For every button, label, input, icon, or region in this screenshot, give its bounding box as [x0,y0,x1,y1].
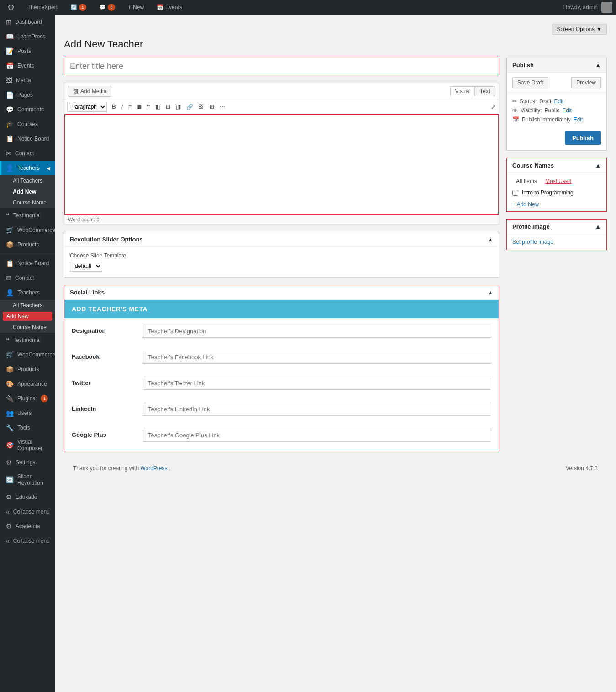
save-draft-button[interactable]: Save Draft [512,77,548,88]
submenu-course-name-2[interactable]: Course Name [0,322,55,333]
designation-input[interactable] [143,325,491,338]
visibility-edit-link[interactable]: Edit [562,107,572,114]
sidebar-item-notice-board[interactable]: 📋 Notice Board [0,131,55,146]
unordered-list-button[interactable]: ≡ [126,102,134,111]
site-name[interactable]: ThemeXpert [24,0,61,15]
sidebar-item-pages[interactable]: 📄 Pages [0,88,55,102]
choose-template-label: Choose Slide Template [70,252,493,259]
submenu-add-new-2[interactable]: Add New [3,312,52,321]
sidebar-item-products-2[interactable]: 📦 Products [0,362,55,377]
sidebar-label-collapse-2: Collapse menu [13,538,50,544]
course-checkbox-intro[interactable] [512,190,518,196]
sidebar-item-collapse-1[interactable]: « Collapse menu [0,504,55,519]
sidebar-item-teachers-2[interactable]: 👤 Teachers [0,285,55,300]
sidebar-item-dashboard[interactable]: ⊞ Dashboard [0,15,55,29]
submenu-course-name[interactable]: Course Name [0,197,55,208]
revolution-slider-body: Choose Slide Template default [64,247,499,277]
publish-header[interactable]: Publish [507,58,606,73]
sidebar-item-contact[interactable]: ✉ Contact [0,146,55,161]
teachers-2-icon: 👤 [6,289,14,296]
sidebar-label-visual-composer: Visual Composer [17,439,50,451]
eye-icon: 👁 [512,107,518,114]
table-button[interactable]: ⊞ [207,102,216,111]
sidebar-item-woocommerce-2[interactable]: 🛒 WooCommerce [0,347,55,362]
google-plus-input[interactable] [143,429,491,442]
most-used-tab[interactable]: Most Used [542,177,575,186]
sidebar-item-testimonial-2[interactable]: ❝ Testimonial [0,333,55,347]
screen-options-button[interactable]: Screen Options ▼ [552,24,607,35]
blockquote-button[interactable]: ❝ [145,102,152,111]
sidebar-item-visual-composer[interactable]: 🎯 Visual Composer [0,435,55,455]
preview-button[interactable]: Preview [571,77,601,88]
social-links-header[interactable]: Social Links [64,285,499,300]
sidebar-item-plugins[interactable]: 🔌 Plugins 1 [0,391,55,406]
expand-button[interactable]: ⤢ [491,104,496,110]
facebook-input[interactable] [143,351,491,364]
updates-btn[interactable]: 🔄 1 [67,0,90,15]
ordered-list-button[interactable]: ≣ [135,102,144,111]
add-new-course-link[interactable]: + Add New [507,198,606,211]
profile-image-title: Profile Image [512,223,550,230]
add-media-button[interactable]: 🖼 Add Media [68,86,111,97]
footer-right: Version 4.7.3 [566,465,598,472]
sidebar-label-learnpress: LearnPress [17,33,45,40]
wp-logo[interactable]: ⚙ [4,0,18,15]
all-items-tab[interactable]: All Items [512,177,541,186]
linkedin-input[interactable] [143,403,491,416]
sidebar-item-posts[interactable]: 📝 Posts [0,44,55,58]
events-btn[interactable]: 📅 Events [153,0,186,15]
comments-btn[interactable]: 💬 0 [95,0,119,15]
set-profile-image-link[interactable]: Set profile image [507,234,606,250]
sidebar-item-edukado[interactable]: ⚙ Edukado [0,490,55,504]
sidebar-label-notice-board: Notice Board [17,136,49,142]
paragraph-select[interactable]: Paragraph [67,102,107,112]
submenu-all-teachers[interactable]: All Teachers [0,175,55,186]
sidebar-item-woocommerce[interactable]: 🛒 WooCommerce [0,223,55,237]
align-center-button[interactable]: ⊟ [163,102,173,111]
visual-tab[interactable]: Visual [450,86,475,96]
unlink-button[interactable]: ⛓ [196,102,206,111]
sidebar-item-learnpress[interactable]: 📖 LearnPress [0,29,55,44]
new-content-btn[interactable]: + New [124,0,147,15]
sidebar-item-media[interactable]: 🖼 Media [0,73,55,88]
sidebar-item-appearance[interactable]: 🎨 Appearance [0,377,55,391]
sidebar-item-products[interactable]: 📦 Products [0,237,55,252]
title-input[interactable] [64,58,499,75]
sidebar-item-events[interactable]: 📅 Events [0,58,55,73]
sidebar-label-pages: Pages [17,92,33,98]
sidebar-item-academia[interactable]: ⚙ Academia [0,519,55,534]
slide-template-select[interactable]: default [70,261,102,272]
sidebar-item-tools[interactable]: 🔧 Tools [0,420,55,435]
publish-time-edit-link[interactable]: Edit [574,116,583,123]
profile-image-header[interactable]: Profile Image [507,220,606,234]
sidebar-item-collapse-2[interactable]: « Collapse menu [0,534,55,548]
submenu-all-teachers-2[interactable]: All Teachers [0,300,55,311]
italic-button[interactable]: I [119,102,125,111]
twitter-input[interactable] [143,377,491,390]
sidebar-item-contact-2[interactable]: ✉ Contact [0,271,55,285]
sidebar-item-slider-revolution[interactable]: 🔄 Slider Revolution [0,470,55,490]
status-edit-link[interactable]: Edit [554,98,563,105]
link-button[interactable]: 🔗 [184,102,195,111]
wordpress-link[interactable]: WordPress [140,465,167,472]
more-button[interactable]: ⋯ [217,102,227,111]
main-column: 🖼 Add Media Visual Text Paragraph B [64,58,499,460]
sidebar-item-users[interactable]: 👥 Users [0,406,55,420]
align-right-button[interactable]: ◨ [174,102,183,111]
sidebar-item-comments[interactable]: 💬 Comments [0,102,55,117]
sidebar-item-testimonial[interactable]: ❝ Testimonial [0,208,55,223]
sidebar-item-teachers[interactable]: 👤 Teachers ◀ [0,161,55,175]
text-tab[interactable]: Text [475,86,495,96]
editor-body[interactable] [64,114,499,215]
publish-button[interactable]: Publish [565,131,601,145]
sidebar-label-media: Media [16,77,31,84]
revolution-slider-title: Revolution Slider Options [70,236,143,243]
align-left-button[interactable]: ◧ [153,102,163,111]
bold-button[interactable]: B [110,102,118,111]
revolution-slider-header[interactable]: Revolution Slider Options [64,232,499,247]
sidebar-item-settings[interactable]: ⚙ Settings [0,455,55,470]
sidebar-item-notice-board-2[interactable]: 📋 Notice Board [0,256,55,271]
sidebar-item-courses[interactable]: 🎓 Courses [0,117,55,131]
submenu-add-new[interactable]: Add New [0,186,55,197]
course-names-header[interactable]: Course Names [507,158,606,173]
